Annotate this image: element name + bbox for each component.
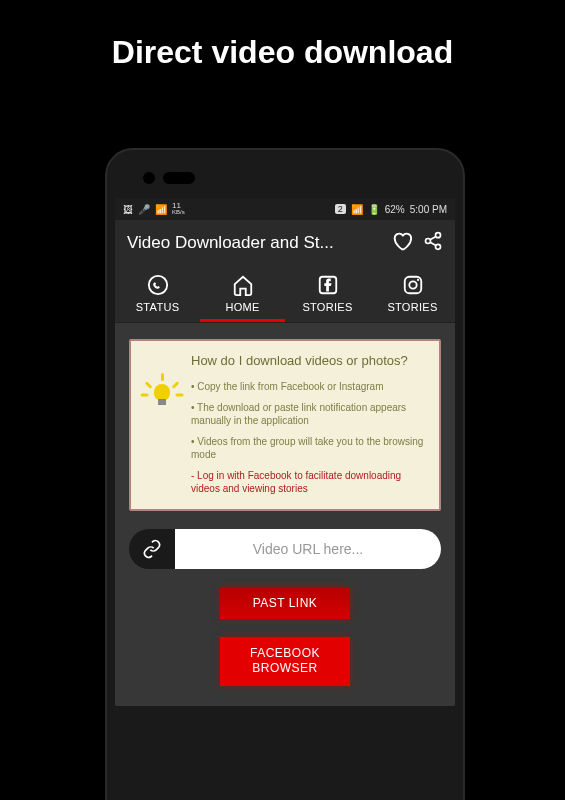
facebook-browser-button[interactable]: FACEBOOK BROWSER	[220, 637, 350, 686]
instagram-icon	[402, 274, 424, 296]
svg-point-6	[409, 281, 416, 288]
network-speed-unit: KB/s	[172, 210, 185, 215]
link-icon[interactable]	[129, 529, 175, 569]
tab-label: HOME	[225, 301, 259, 313]
svg-point-2	[436, 244, 441, 249]
battery-icon: 🔋	[368, 204, 380, 215]
phone-speaker	[115, 158, 455, 198]
tab-status[interactable]: STATUS	[115, 266, 200, 322]
favorite-icon[interactable]	[391, 230, 413, 256]
facebook-icon	[317, 274, 339, 296]
phone-screen: 🖼 🎤 📶 11 KB/s 2 📶 🔋 62% 5:00 PM Video Do…	[115, 198, 455, 706]
svg-point-0	[436, 233, 441, 238]
signal-icon: 📶	[351, 204, 363, 215]
lightbulb-icon	[145, 375, 179, 409]
svg-point-7	[416, 279, 418, 281]
status-bar: 🖼 🎤 📶 11 KB/s 2 📶 🔋 62% 5:00 PM	[115, 198, 455, 220]
image-icon: 🖼	[123, 204, 133, 215]
info-warning: - Log in with Facebook to facilitate dow…	[191, 469, 427, 495]
sim-indicator: 2	[335, 204, 346, 214]
paste-link-button[interactable]: PAST LINK	[220, 587, 350, 619]
main-content: How do I download videos or photos? • Co…	[115, 323, 455, 706]
svg-point-1	[426, 239, 431, 244]
app-title: Video Downloader and St...	[127, 233, 381, 253]
tab-label: STATUS	[136, 301, 180, 313]
whatsapp-icon	[147, 274, 169, 296]
app-bar: Video Downloader and St...	[115, 220, 455, 266]
battery-percent: 62%	[385, 204, 405, 215]
info-card: How do I download videos or photos? • Co…	[129, 339, 441, 511]
phone-frame: 🖼 🎤 📶 11 KB/s 2 📶 🔋 62% 5:00 PM Video Do…	[105, 148, 465, 800]
tab-facebook-stories[interactable]: STORIES	[285, 266, 370, 322]
page-title: Direct video download	[0, 0, 565, 71]
url-input[interactable]	[175, 529, 441, 569]
info-step: • Videos from the group will take you to…	[191, 435, 427, 461]
tab-home[interactable]: HOME	[200, 266, 285, 322]
svg-point-3	[148, 276, 166, 294]
tab-label: STORIES	[387, 301, 437, 313]
share-icon[interactable]	[423, 231, 443, 255]
url-input-row	[129, 529, 441, 569]
info-heading: How do I download videos or photos?	[191, 353, 427, 370]
tab-instagram-stories[interactable]: STORIES	[370, 266, 455, 322]
info-step: • Copy the link from Facebook or Instagr…	[191, 380, 427, 393]
tab-bar: STATUS HOME STORIES STORIES	[115, 266, 455, 323]
mic-icon: 🎤	[138, 204, 150, 215]
wifi-icon: 📶	[155, 204, 167, 215]
tab-label: STORIES	[302, 301, 352, 313]
info-step: • The download or paste link notificatio…	[191, 401, 427, 427]
home-icon	[232, 274, 254, 296]
clock-time: 5:00 PM	[410, 204, 447, 215]
